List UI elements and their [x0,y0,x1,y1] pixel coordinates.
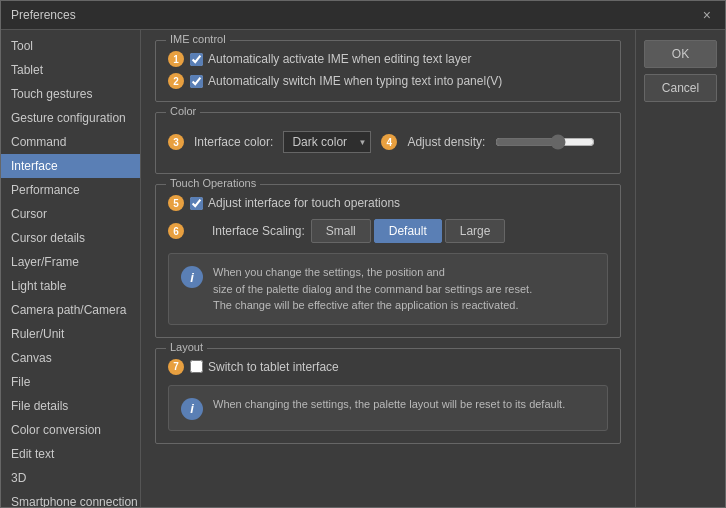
touch-row: 5 Adjust interface for touch operations [168,195,608,211]
density-label: Adjust density: [407,135,485,149]
layout-section-label: Layout [166,341,207,353]
step-badge-5: 5 [168,195,184,211]
sidebar-item-color-conversion[interactable]: Color conversion [1,418,140,442]
layout-info-text: When changing the settings, the palette … [213,396,565,413]
touch-checkbox-label[interactable]: Adjust interface for touch operations [190,196,400,210]
sidebar-item-camera-path[interactable]: Camera path/Camera [1,298,140,322]
ime-checkbox-1[interactable] [190,53,203,66]
main-content: IME control 1 Automatically activate IME… [141,30,635,507]
density-slider[interactable] [495,134,595,150]
ime-checkbox-1-text: Automatically activate IME when editing … [208,52,471,66]
ime-section-label: IME control [166,33,230,45]
tablet-interface-checkbox[interactable] [190,360,203,373]
layout-info-box: i When changing the settings, the palett… [168,385,608,431]
color-section: Color 3 Interface color: Dark color Ligh… [155,112,621,174]
scaling-label: Interface Scaling: [212,224,305,238]
scale-large-button[interactable]: Large [445,219,506,243]
touch-adjust-checkbox[interactable] [190,197,203,210]
touch-info-text: When you change the settings, the positi… [213,264,532,314]
scale-default-button[interactable]: Default [374,219,442,243]
interface-color-select[interactable]: Dark color Light color System [283,131,371,153]
sidebar-item-cursor[interactable]: Cursor [1,202,140,226]
sidebar-item-performance[interactable]: Performance [1,178,140,202]
cancel-button[interactable]: Cancel [644,74,717,102]
touch-adjust-text: Adjust interface for touch operations [208,196,400,210]
touch-info-icon: i [181,266,203,288]
sidebar-item-canvas[interactable]: Canvas [1,346,140,370]
touch-section-label: Touch Operations [166,177,260,189]
interface-color-label: Interface color: [194,135,273,149]
sidebar-item-3d[interactable]: 3D [1,466,140,490]
close-button[interactable]: × [699,7,715,23]
step-badge-4: 4 [381,134,397,150]
right-panel: OK Cancel [635,30,725,507]
sidebar-item-edit-text[interactable]: Edit text [1,442,140,466]
tablet-checkbox-label[interactable]: Switch to tablet interface [190,360,339,374]
sidebar: Tool Tablet Touch gestures Gesture confi… [1,30,141,507]
sidebar-item-interface[interactable]: Interface [1,154,140,178]
ime-checkbox-1-label[interactable]: Automatically activate IME when editing … [190,52,471,66]
tablet-interface-text: Switch to tablet interface [208,360,339,374]
sidebar-item-tablet[interactable]: Tablet [1,58,140,82]
step-badge-6: 6 [168,223,184,239]
layout-row: 7 Switch to tablet interface [168,359,608,375]
layout-section: Layout 7 Switch to tablet interface i Wh… [155,348,621,444]
sidebar-item-command[interactable]: Command [1,130,140,154]
color-section-label: Color [166,105,200,117]
preferences-dialog: Preferences × Tool Tablet Touch gestures… [0,0,726,508]
sidebar-item-gesture-configuration[interactable]: Gesture configuration [1,106,140,130]
step-badge-3: 3 [168,134,184,150]
dialog-body: Tool Tablet Touch gestures Gesture confi… [1,30,725,507]
step-badge-7: 7 [168,359,184,375]
ime-section: IME control 1 Automatically activate IME… [155,40,621,102]
dialog-title: Preferences [11,8,76,22]
sidebar-item-file[interactable]: File [1,370,140,394]
ok-button[interactable]: OK [644,40,717,68]
scaling-row: 6 Interface Scaling: Small Default Large [168,219,608,243]
sidebar-item-file-details[interactable]: File details [1,394,140,418]
sidebar-item-tool[interactable]: Tool [1,34,140,58]
ime-row-2: 2 Automatically switch IME when typing t… [168,73,608,89]
title-bar: Preferences × [1,1,725,30]
color-row: 3 Interface color: Dark color Light colo… [168,123,608,161]
ime-checkbox-2-text: Automatically switch IME when typing tex… [208,74,502,88]
sidebar-item-cursor-details[interactable]: Cursor details [1,226,140,250]
touch-info-box: i When you change the settings, the posi… [168,253,608,325]
sidebar-item-ruler-unit[interactable]: Ruler/Unit [1,322,140,346]
color-select-wrapper: Dark color Light color System [283,131,371,153]
scale-small-button[interactable]: Small [311,219,371,243]
sidebar-item-light-table[interactable]: Light table [1,274,140,298]
sidebar-item-smartphone[interactable]: Smartphone connection [1,490,140,507]
ime-row-1: 1 Automatically activate IME when editin… [168,51,608,67]
scaling-btn-group: Small Default Large [311,219,506,243]
ime-checkbox-2-label[interactable]: Automatically switch IME when typing tex… [190,74,502,88]
step-badge-2: 2 [168,73,184,89]
step-badge-1: 1 [168,51,184,67]
sidebar-item-layer-frame[interactable]: Layer/Frame [1,250,140,274]
layout-info-icon: i [181,398,203,420]
sidebar-item-touch-gestures[interactable]: Touch gestures [1,82,140,106]
touch-section: Touch Operations 5 Adjust interface for … [155,184,621,338]
ime-checkbox-2[interactable] [190,75,203,88]
